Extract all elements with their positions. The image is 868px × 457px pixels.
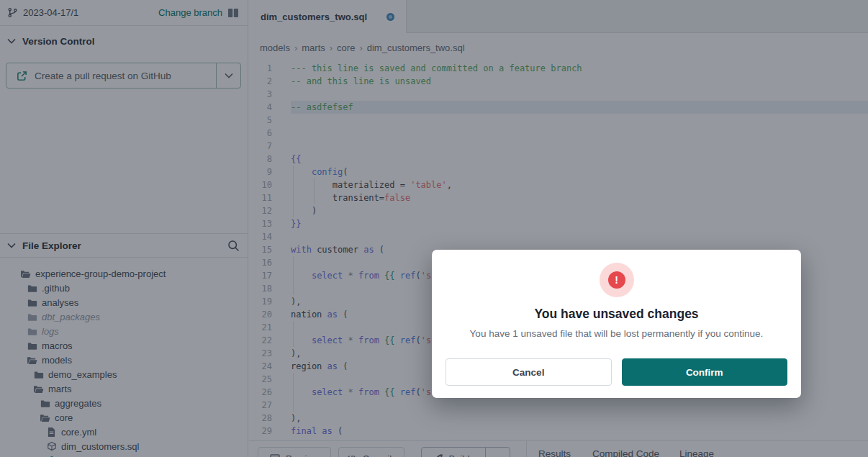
dialog-title: You have unsaved changes [432,307,801,322]
unsaved-changes-dialog: ! You have unsaved changes You have 1 un… [432,250,801,398]
confirm-button[interactable]: Confirm [622,358,788,386]
alert-icon: ! [600,263,634,297]
cancel-button[interactable]: Cancel [446,358,612,386]
dialog-body: You have 1 unsaved file that will be los… [432,328,801,339]
ide-window: 2023-04-17/1 Change branch Version Contr… [0,0,868,457]
